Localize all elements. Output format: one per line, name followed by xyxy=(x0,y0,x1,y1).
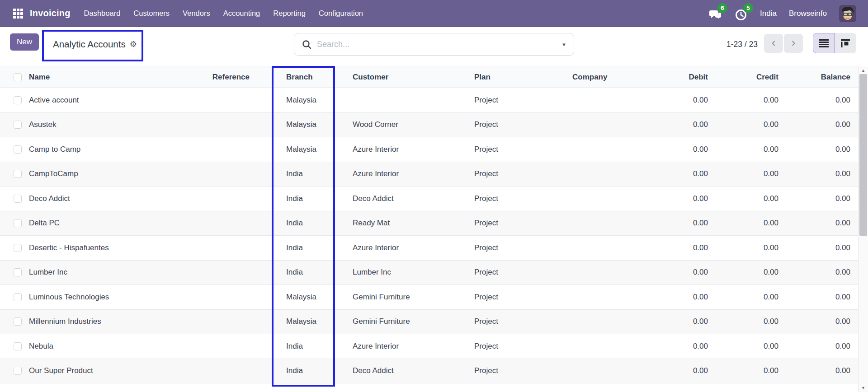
cell-debit: 0.00 xyxy=(642,366,712,375)
app-name[interactable]: Invoicing xyxy=(30,8,71,19)
cell-balance: 0.00 xyxy=(782,194,854,203)
table-row[interactable]: Desertic - Hispafuentes India Azure Inte… xyxy=(0,236,858,261)
cell-name: Lumber Inc xyxy=(25,268,208,277)
row-checkbox[interactable] xyxy=(14,195,22,203)
menu-item[interactable]: Customers xyxy=(133,9,170,18)
menu-item[interactable]: Accounting xyxy=(223,9,260,18)
table-row[interactable]: Active account Malaysia Project 0.00 0.0… xyxy=(0,88,858,113)
table-row[interactable]: Lumber Inc India Lumber Inc Project 0.00… xyxy=(0,261,858,285)
cell-credit: 0.00 xyxy=(712,268,782,277)
menu-item[interactable]: Dashboard xyxy=(84,9,121,18)
apps-grid-icon[interactable] xyxy=(12,8,24,19)
cell-debit: 0.00 xyxy=(642,194,712,203)
column-header[interactable]: Branch xyxy=(272,73,335,82)
cell-name: Our Super Product xyxy=(25,366,208,375)
column-header[interactable]: Company xyxy=(572,73,642,82)
menu-item[interactable]: Vendors xyxy=(183,9,210,18)
chevron-left-icon: ‹ xyxy=(772,36,776,50)
cell-branch: Malaysia xyxy=(272,293,335,302)
scrollbar-up-arrow-icon[interactable]: ▲ xyxy=(859,67,868,74)
row-checkbox-cell xyxy=(0,317,25,326)
pager-next-button[interactable]: › xyxy=(784,34,803,53)
column-header[interactable]: Balance xyxy=(782,73,854,82)
column-header[interactable]: Plan xyxy=(474,73,572,82)
table-row[interactable]: Luminous Technologies Malaysia Gemini Fu… xyxy=(0,285,858,310)
user-menu[interactable]: Browseinfo xyxy=(789,9,827,18)
row-checkbox-cell xyxy=(0,244,25,252)
cell-name: Delta PC xyxy=(25,219,208,228)
row-checkbox-cell xyxy=(0,367,25,375)
cell-balance: 0.00 xyxy=(782,96,854,105)
cell-customer: Gemini Furniture xyxy=(335,293,474,302)
company-switcher[interactable]: India xyxy=(760,9,777,18)
row-checkbox[interactable] xyxy=(14,170,22,178)
table-row[interactable]: Camp to Camp Malaysia Azure Interior Pro… xyxy=(0,137,858,162)
cell-credit: 0.00 xyxy=(712,317,782,326)
row-checkbox-cell xyxy=(0,293,25,301)
table-row[interactable]: Our Super Product India Deco Addict Proj… xyxy=(0,359,858,384)
column-header[interactable]: Credit xyxy=(712,73,782,82)
table-row[interactable]: Deco Addict India Deco Addict Project 0.… xyxy=(0,187,858,211)
menu-item[interactable]: Reporting xyxy=(273,9,306,18)
cell-balance: 0.00 xyxy=(782,293,854,302)
pager-previous-button[interactable]: ‹ xyxy=(764,34,783,53)
cell-credit: 0.00 xyxy=(712,145,782,154)
select-all-checkbox[interactable] xyxy=(14,73,22,81)
row-checkbox-cell xyxy=(0,121,25,129)
scrollbar-thumb[interactable] xyxy=(859,74,867,236)
row-checkbox-cell xyxy=(0,170,25,178)
gear-icon[interactable]: ⚙ xyxy=(130,40,137,48)
cell-debit: 0.00 xyxy=(642,96,712,105)
row-checkbox[interactable] xyxy=(14,293,22,301)
messages-button[interactable]: 6 xyxy=(708,6,722,21)
cell-balance: 0.00 xyxy=(782,342,854,351)
avatar-image xyxy=(839,5,856,22)
column-header[interactable]: Name xyxy=(25,73,208,82)
row-checkbox[interactable] xyxy=(14,121,22,129)
activities-button[interactable]: 5 xyxy=(734,6,748,21)
column-header[interactable]: Customer xyxy=(335,73,474,82)
scrollbar-down-arrow-icon[interactable]: ▼ xyxy=(859,385,868,391)
user-avatar[interactable] xyxy=(839,5,856,22)
cell-credit: 0.00 xyxy=(712,120,782,129)
table-row[interactable]: Asustek Malaysia Wood Corner Project 0.0… xyxy=(0,113,858,138)
cell-credit: 0.00 xyxy=(712,169,782,178)
cell-name: Asustek xyxy=(25,120,208,129)
search-input[interactable] xyxy=(317,40,554,49)
cell-branch: Malaysia xyxy=(272,317,335,326)
cell-debit: 0.00 xyxy=(642,120,712,129)
search-dropdown-toggle[interactable]: ▾ xyxy=(554,33,574,55)
invoicing-app-window: Invoicing DashboardCustomersVendorsAccou… xyxy=(0,0,868,392)
cell-customer: Wood Corner xyxy=(335,120,474,129)
row-checkbox-cell xyxy=(0,96,25,104)
pager-range[interactable]: 1-23 / 23 xyxy=(726,27,758,61)
table-row[interactable]: Nebula India Azure Interior Project 0.00… xyxy=(0,334,858,359)
row-checkbox[interactable] xyxy=(14,244,22,252)
cell-name: Millennium Industries xyxy=(25,317,208,326)
column-header[interactable]: Reference xyxy=(208,73,272,82)
new-button[interactable]: New xyxy=(10,33,39,51)
table-row[interactable]: CampToCamp India Azure Interior Project … xyxy=(0,162,858,187)
table-row[interactable]: Millennium Industries Malaysia Gemini Fu… xyxy=(0,310,858,335)
list-view-button[interactable] xyxy=(813,33,835,53)
search-icon xyxy=(302,40,311,49)
row-checkbox[interactable] xyxy=(14,268,22,276)
row-checkbox[interactable] xyxy=(14,219,22,227)
cell-debit: 0.00 xyxy=(642,342,712,351)
row-checkbox[interactable] xyxy=(14,317,22,326)
cell-plan: Project xyxy=(474,268,572,277)
cell-plan: Project xyxy=(474,219,572,228)
view-switcher xyxy=(813,33,856,53)
row-checkbox[interactable] xyxy=(14,145,22,154)
kanban-view-button[interactable] xyxy=(835,33,856,53)
row-checkbox[interactable] xyxy=(14,96,22,104)
row-checkbox[interactable] xyxy=(14,367,22,375)
table-header-row: NameReferenceBranchCustomerPlanCompanyDe… xyxy=(0,66,858,88)
row-checkbox[interactable] xyxy=(14,342,22,350)
menu-item[interactable]: Configuration xyxy=(319,9,363,18)
cell-credit: 0.00 xyxy=(712,342,782,351)
column-header[interactable]: Debit xyxy=(642,73,712,82)
table-row[interactable]: Delta PC India Ready Mat Project 0.00 0.… xyxy=(0,211,858,236)
cell-name: Desertic - Hispafuentes xyxy=(25,243,208,252)
page-title: Analytic Accounts xyxy=(53,39,126,50)
